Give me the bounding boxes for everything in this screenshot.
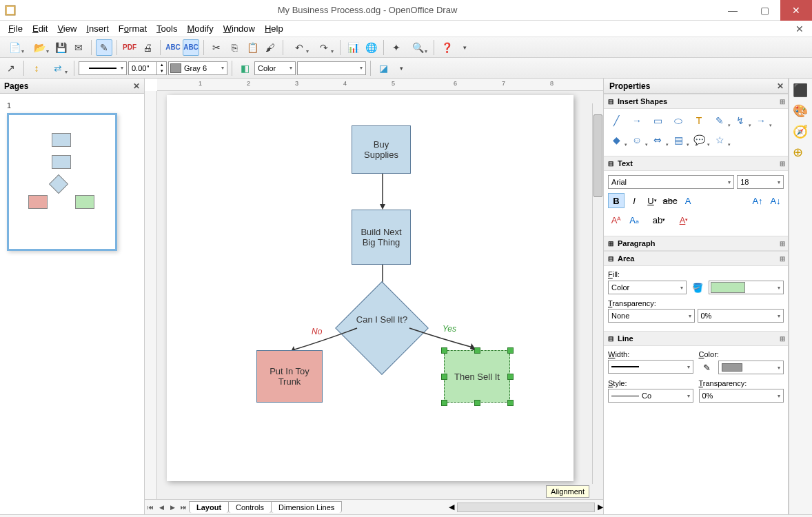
hyperlink-button[interactable]: 🌐: [363, 39, 379, 56]
font-color-button[interactable]: A▾: [676, 212, 692, 227]
deck-navigator-icon[interactable]: 🧭: [793, 124, 809, 141]
toolbar-overflow-button[interactable]: ▾: [456, 39, 473, 56]
fill-color-select[interactable]: [297, 61, 366, 75]
maximize-button[interactable]: ▢: [749, 0, 780, 21]
print-button[interactable]: 🖨: [139, 39, 156, 56]
selection-handle[interactable]: [507, 374, 514, 380]
shape-block-arrow-button[interactable]: ⇔: [649, 132, 666, 148]
properties-close-button[interactable]: ✕: [777, 81, 784, 91]
shape-basic-button[interactable]: ◆: [608, 132, 625, 148]
toolbar2-overflow-button[interactable]: ▾: [393, 60, 409, 77]
menu-help[interactable]: Help: [261, 22, 287, 35]
shape-flowchart-button[interactable]: ▤: [670, 132, 687, 148]
navigator-button[interactable]: ✦: [388, 39, 405, 56]
line-color-pen-button[interactable]: ✎: [699, 360, 715, 375]
menu-insert[interactable]: Insert: [82, 22, 113, 35]
tab-layout[interactable]: Layout: [189, 501, 229, 513]
shape-ellipse-button[interactable]: ⬭: [670, 113, 687, 128]
vertical-scrollbar[interactable]: [592, 103, 603, 484]
menu-file[interactable]: File: [4, 22, 27, 35]
selection-handle[interactable]: [507, 400, 514, 406]
shape-connector-button[interactable]: ↯: [732, 113, 749, 128]
shape-put-trunk[interactable]: Put In Toy Trunk: [256, 350, 323, 403]
shape-build[interactable]: Build Next Big Thing: [352, 210, 411, 265]
export-pdf-button[interactable]: PDF: [121, 39, 138, 56]
redo-button[interactable]: ↷: [312, 39, 336, 56]
fill-bucket-button[interactable]: 🪣: [689, 280, 706, 295]
transparency-type-select[interactable]: None: [608, 309, 695, 323]
tab-first-button[interactable]: ⏮: [145, 504, 156, 511]
help-button[interactable]: ❓: [438, 39, 455, 56]
minimize-button[interactable]: —: [717, 0, 749, 21]
line-arrow-button[interactable]: ↕: [28, 60, 45, 77]
shape-arrow-button[interactable]: →: [629, 113, 645, 128]
font-size-select[interactable]: 18: [737, 175, 784, 189]
line-transparency-input[interactable]: 0%: [699, 389, 784, 403]
shadow-text-button[interactable]: A: [680, 193, 696, 208]
zoom-button[interactable]: 🔍: [406, 39, 429, 56]
menu-window[interactable]: Window: [219, 22, 259, 35]
shape-symbol-button[interactable]: ☺: [629, 132, 645, 148]
selection-handle[interactable]: [441, 400, 447, 406]
undo-button[interactable]: ↶: [287, 39, 311, 56]
close-document-button[interactable]: ✕: [791, 23, 808, 34]
line-color-select[interactable]: [718, 361, 784, 374]
save-button[interactable]: 💾: [52, 39, 69, 56]
tab-dimension-lines[interactable]: Dimension Lines: [271, 501, 342, 513]
shape-callout-button[interactable]: 💬: [691, 132, 707, 148]
shape-lines-arrows-button[interactable]: →: [753, 113, 769, 128]
shadow-button[interactable]: ◪: [375, 60, 392, 77]
deck-gallery-icon[interactable]: 🎨: [793, 103, 809, 120]
close-button[interactable]: ✕: [780, 0, 812, 21]
shape-curve-button[interactable]: ✎: [711, 113, 728, 128]
menu-modify[interactable]: Modify: [183, 22, 217, 35]
fill-type-select[interactable]: Color: [254, 61, 296, 75]
tab-last-button[interactable]: ⏭: [178, 504, 189, 511]
shape-text-button[interactable]: T: [691, 113, 707, 128]
tab-controls[interactable]: Controls: [228, 501, 272, 513]
autospellcheck-button[interactable]: ABC: [183, 39, 199, 56]
menu-tools[interactable]: Tools: [152, 22, 181, 35]
deck-properties-icon[interactable]: ⬛: [793, 83, 809, 99]
section-paragraph[interactable]: ⊞Paragraph⊞: [604, 236, 788, 251]
selection-handle[interactable]: [507, 347, 514, 354]
subscript-button[interactable]: Aₐ: [626, 212, 642, 227]
line-width-select[interactable]: [608, 360, 693, 374]
decrease-font-button[interactable]: A↓: [767, 193, 784, 208]
selection-handle[interactable]: [441, 347, 447, 354]
increase-font-button[interactable]: A↑: [749, 193, 766, 208]
section-line[interactable]: ⊟Line⊞: [604, 331, 788, 346]
menu-edit[interactable]: Edit: [28, 22, 52, 35]
page-thumbnail[interactable]: [7, 113, 117, 251]
bold-button[interactable]: B: [608, 193, 625, 208]
chart-button[interactable]: 📊: [345, 39, 361, 56]
new-button[interactable]: 📄: [3, 39, 26, 56]
section-text[interactable]: ⊟Text⊞: [604, 156, 788, 171]
line-width-input[interactable]: 0.00"▴▾: [128, 61, 167, 75]
area-button[interactable]: ◧: [236, 60, 253, 77]
italic-button[interactable]: I: [626, 193, 642, 208]
canvas-viewport[interactable]: Buy Supplies Build Next Big Thing Can I …: [157, 91, 603, 499]
shape-sell-it[interactable]: Then Sell It: [444, 350, 510, 403]
edit-mode-button[interactable]: ✎: [96, 39, 112, 56]
selection-handle[interactable]: [474, 347, 480, 354]
line-style-select[interactable]: Co: [608, 389, 693, 403]
spellcheck-button[interactable]: ABC: [165, 39, 181, 56]
shape-line-button[interactable]: ╱: [608, 113, 625, 128]
superscript-button[interactable]: Aᴬ: [608, 212, 625, 227]
selection-handle[interactable]: [474, 400, 480, 406]
line-color-select[interactable]: Gray 6: [168, 61, 227, 75]
menu-view[interactable]: View: [53, 22, 81, 35]
selection-handle[interactable]: [441, 374, 447, 380]
horizontal-scrollbar[interactable]: ◀ ▶: [342, 503, 603, 512]
fill-color-select[interactable]: [709, 281, 784, 294]
cut-button[interactable]: ✂: [208, 39, 225, 56]
vertical-ruler[interactable]: [145, 91, 157, 499]
tab-next-button[interactable]: ▶: [167, 504, 178, 511]
highlight-button[interactable]: ab▾: [651, 212, 667, 227]
fill-type-select[interactable]: Color: [608, 281, 687, 294]
section-area[interactable]: ⊟Area⊞: [604, 251, 788, 266]
shape-buy-supplies[interactable]: Buy Supplies: [352, 125, 411, 174]
transparency-value-input[interactable]: 0%: [698, 309, 784, 323]
menu-format[interactable]: Format: [114, 22, 151, 35]
